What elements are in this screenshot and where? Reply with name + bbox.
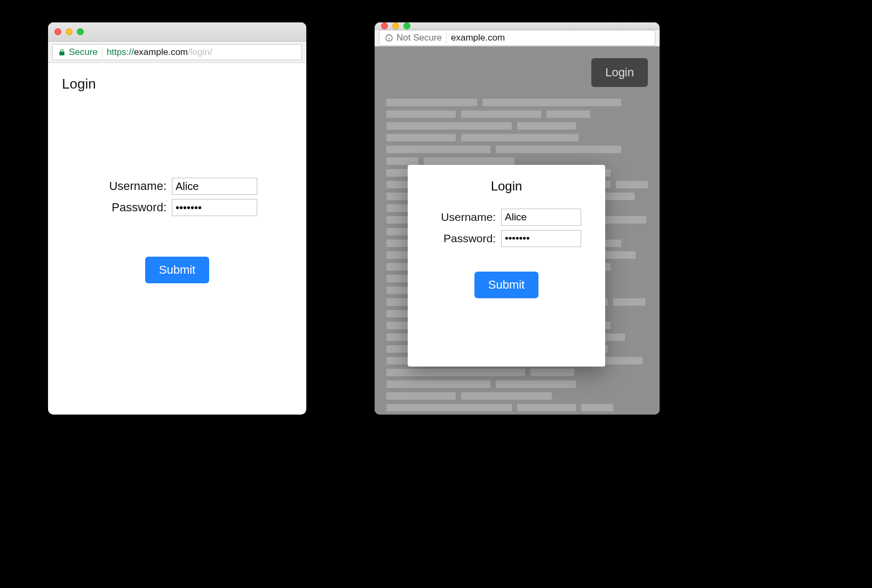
modal-title: Login	[491, 179, 522, 194]
submit-button[interactable]: Submit	[145, 257, 209, 283]
maximize-icon[interactable]	[403, 22, 410, 29]
not-secure-label-text: Not Secure	[397, 33, 442, 43]
url-scheme: https	[107, 47, 126, 57]
login-button[interactable]: Login	[591, 58, 648, 87]
username-row: Username:	[97, 178, 257, 195]
modal-password-input[interactable]	[501, 230, 581, 247]
url-path: /login/	[188, 47, 212, 57]
viewport: Login	[375, 46, 660, 415]
omnibox[interactable]: Secure https://example.com/login/	[52, 44, 302, 60]
url-host: example.com	[451, 33, 505, 43]
modal-username-input[interactable]	[501, 209, 581, 226]
omnibox-separator	[102, 47, 102, 58]
address-bar: Secure https://example.com/login/	[48, 42, 306, 63]
maximize-icon[interactable]	[77, 28, 84, 35]
browser-window-not-secure: Not Secure example.com Login	[375, 22, 660, 415]
not-secure-indicator: Not Secure	[385, 33, 442, 43]
info-icon	[385, 34, 393, 42]
window-titlebar	[375, 22, 660, 30]
username-input[interactable]	[172, 178, 257, 195]
close-icon[interactable]	[381, 22, 388, 29]
address-bar: Not Secure example.com	[375, 30, 660, 46]
url-text: https://example.com/login/	[107, 47, 212, 58]
password-label: Password:	[97, 201, 167, 214]
password-row: Password:	[97, 199, 257, 216]
lock-icon	[58, 49, 66, 56]
secure-label-text: Secure	[69, 47, 98, 58]
modal-submit-button[interactable]: Submit	[474, 272, 538, 298]
omnibox[interactable]: Not Secure example.com	[379, 30, 655, 46]
username-label: Username:	[97, 179, 167, 193]
page-title: Login	[62, 76, 292, 92]
close-icon[interactable]	[54, 28, 61, 35]
modal-password-label: Password:	[432, 232, 496, 245]
login-form: Username: Password: Submit	[62, 178, 292, 283]
window-titlebar	[48, 22, 306, 42]
minimize-icon[interactable]	[66, 28, 73, 35]
secure-indicator: Secure	[58, 47, 98, 58]
modal-username-label: Username:	[432, 211, 496, 224]
browser-window-secure: Secure https://example.com/login/ Login …	[48, 22, 306, 415]
viewport: Login Username: Password: Submit	[48, 63, 306, 415]
page-topbar: Login	[386, 58, 648, 87]
password-input[interactable]	[172, 199, 257, 216]
login-modal: Login Username: Password: Submit	[408, 165, 605, 367]
modal-password-row: Password:	[432, 230, 581, 247]
login-page: Login Username: Password: Submit	[48, 63, 306, 415]
url-host: example.com	[134, 47, 188, 57]
modal-username-row: Username:	[432, 209, 581, 226]
omnibox-separator	[446, 33, 447, 43]
minimize-icon[interactable]	[392, 22, 399, 29]
